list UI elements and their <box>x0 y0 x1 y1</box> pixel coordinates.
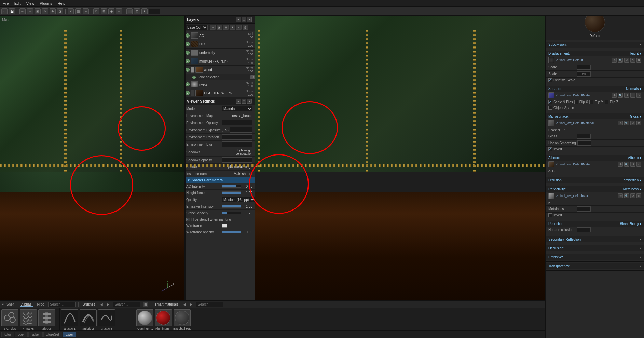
layer-color-close[interactable]: ✕ <box>250 75 255 79</box>
layer-wood-eye[interactable]: ● <box>186 68 190 72</box>
bottom-tab-splay[interactable]: splay <box>28 332 42 337</box>
wireframe-color-swatch[interactable] <box>222 224 227 228</box>
reflection-value[interactable]: Blinn-Phong ▾ <box>620 222 641 226</box>
disp-scale2-input[interactable]: 0.5 <box>577 71 591 77</box>
layer-ao[interactable]: ● AO Mul 80 <box>184 31 255 40</box>
layer-leather-worn-eye[interactable]: ● <box>186 91 190 95</box>
tool-env[interactable]: ≡ <box>116 8 122 14</box>
occlusion-header[interactable]: Occlusion: ▾ <box>546 245 644 251</box>
gloss-value-input[interactable]: 1.0 <box>577 134 591 139</box>
disp-scale-input[interactable]: 0.0 <box>577 65 591 70</box>
smart-mat-prev-btn[interactable]: ◀ <box>183 302 186 306</box>
tool-brush[interactable]: ✏ <box>19 8 26 14</box>
wireframe-opacity-slider[interactable] <box>222 231 241 233</box>
tool-btn-2[interactable]: 💾 <box>9 8 15 14</box>
layer-moisture-eye[interactable]: ● <box>186 59 190 63</box>
horizon-smoothing-input[interactable]: 0.5 <box>577 140 591 146</box>
displacement-type[interactable]: Height ▾ <box>629 52 641 55</box>
layer-leather-worn[interactable]: ● LEATHER_WORN Norm 100 <box>184 89 255 97</box>
bottom-tab-txtur[interactable]: txtur <box>1 332 14 337</box>
add-fx-btn[interactable]: ★ <box>230 25 235 30</box>
menu-plugins[interactable]: Plugins <box>40 1 52 5</box>
metalness-clear-btn[interactable]: C <box>636 193 641 198</box>
tool-bake[interactable]: ⊞ <box>101 8 107 14</box>
brush-grid-btn[interactable]: ⊞ <box>143 302 148 307</box>
env-exposure-input[interactable]: -0.13 <box>230 127 252 133</box>
emissive-header[interactable]: Emissive: ▾ <box>546 254 644 260</box>
gloss-search-btn[interactable]: 🔍 <box>624 121 629 125</box>
viewer-settings-expand[interactable]: □ <box>242 99 246 104</box>
layers-close[interactable]: ✕ <box>247 17 252 22</box>
layer-dirt-eye[interactable]: ● <box>186 42 190 46</box>
albedo-clear-btn[interactable]: C <box>636 162 641 167</box>
shelf-collapse-btn[interactable]: ▾ <box>2 302 4 306</box>
metalness-value-input[interactable]: 1.0 <box>577 206 591 212</box>
layer-ao-eye[interactable]: ● <box>186 33 190 38</box>
disp-delete-btn[interactable]: ✕ <box>636 58 641 63</box>
invert-checkbox[interactable] <box>548 147 552 151</box>
metalness-search-btn[interactable]: 🔍 <box>624 193 629 198</box>
normal-reload-btn[interactable]: ↺ <box>624 93 629 98</box>
relative-scale-checkbox[interactable] <box>548 78 552 82</box>
bottom-tab-zwer[interactable]: zwer <box>63 332 76 337</box>
layer-moisture[interactable]: ● moisture (FX_rain) Norm 100 <box>184 57 255 66</box>
brushes-prev-btn[interactable]: ◀ <box>100 302 103 306</box>
microsurface-value[interactable]: Gloss ▾ <box>630 114 641 118</box>
shelf-search-brushes[interactable] <box>113 302 140 307</box>
disp-clear-btn[interactable]: C <box>630 58 635 63</box>
gloss-reload-btn[interactable]: ↺ <box>630 121 635 125</box>
shelf-tab-proc[interactable]: Proc <box>36 302 45 306</box>
smart-mat-baseball[interactable]: Baseball Hat... <box>173 309 191 330</box>
gloss-options-btn[interactable]: ⚙ <box>618 121 623 125</box>
viewer-settings-minimize[interactable]: − <box>236 99 241 104</box>
menu-view[interactable]: View <box>26 1 35 5</box>
disp-search-btn[interactable]: 🔍 <box>618 58 623 63</box>
hide-stencil-checkbox[interactable] <box>186 218 190 221</box>
disp-reload-btn[interactable]: ↺ <box>624 58 629 63</box>
scale-bias-checkbox[interactable] <box>548 100 552 104</box>
tool-eraser[interactable]: ○ <box>27 8 33 14</box>
delete-layer-btn[interactable]: 🗑 <box>243 25 248 30</box>
metalness-options-btn[interactable]: ⚙ <box>618 193 623 198</box>
object-space-checkbox[interactable] <box>548 106 552 110</box>
tool-btn-1[interactable]: ⌂ <box>1 8 8 14</box>
albedo-search-btn[interactable]: 🔍 <box>624 162 629 167</box>
tool-clone[interactable]: ⊕ <box>50 8 56 14</box>
reflection-header[interactable]: Reflection: Blinn-Phong ▾ <box>546 221 644 227</box>
tool-3d-view[interactable]: ⬛ <box>126 8 133 14</box>
shelf-search-smart-mat[interactable] <box>196 302 223 307</box>
stencil-slider[interactable] <box>222 212 241 214</box>
tool-transform[interactable]: ⤢ <box>68 8 74 14</box>
smart-mat-next-btn[interactable]: ▶ <box>190 302 193 306</box>
height-force-slider[interactable] <box>222 191 241 194</box>
brush-artistic1[interactable]: artistic 1 <box>61 309 78 330</box>
layer-wood[interactable]: ● wood Norm 100 <box>184 66 255 74</box>
gloss-clear-btn[interactable]: C <box>636 121 641 125</box>
layer-underbelly[interactable]: ● underbelly Norm 100 <box>184 49 255 57</box>
tool-morph[interactable]: ∿ <box>83 8 89 14</box>
add-layer-btn[interactable]: + <box>210 25 216 30</box>
reflectivity-header[interactable]: Reflectivity: Metalness ▾ <box>546 186 644 192</box>
bottom-tab-oper[interactable]: oper <box>15 332 28 337</box>
reflectivity-value[interactable]: Metalness ▾ <box>623 187 641 191</box>
tool-smudge[interactable]: ≋ <box>42 8 48 14</box>
mode-select[interactable]: Material Base Color Normal <box>222 106 252 111</box>
layers-expand[interactable]: □ <box>242 17 246 22</box>
blend-mode-select[interactable]: Base Col Mul Norm <box>186 25 208 30</box>
alpha-4marks[interactable]: 4 Marks <box>20 309 37 330</box>
flip-z-checkbox[interactable] <box>605 100 608 104</box>
tool-fill[interactable]: ▣ <box>35 8 41 14</box>
env-opacity-input[interactable]: 100.00 <box>222 120 252 125</box>
tool-iray[interactable]: ✦ <box>141 8 148 14</box>
flip-y-checkbox[interactable] <box>589 100 593 104</box>
layer-rivets-eye[interactable]: ● <box>186 82 190 86</box>
ao-intensity-slider[interactable] <box>222 185 241 188</box>
left-viewport[interactable]: Material X Y Z <box>0 16 184 300</box>
layer-rivets[interactable]: ● rivets Norm 100 <box>184 80 255 89</box>
albedo-options-btn[interactable]: ⚙ <box>618 162 623 167</box>
layer-color-selection[interactable]: ● Color selection ✕ <box>184 74 255 80</box>
surface-value[interactable]: Normals ▾ <box>626 87 641 91</box>
tool-stencil[interactable]: ▦ <box>75 8 81 14</box>
menu-help[interactable]: Help <box>57 1 65 5</box>
tool-uv[interactable]: ⊠ <box>134 8 140 14</box>
